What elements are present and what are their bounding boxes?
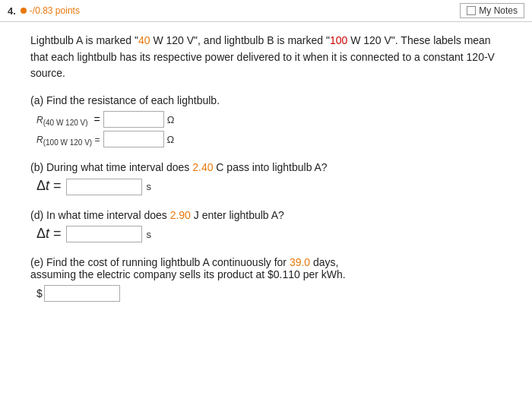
- highlight-240c: 2.40: [192, 161, 213, 173]
- r40-unit: Ω: [167, 114, 175, 125]
- part-e-label: (e) Find the cost of running lightbulb A…: [30, 256, 511, 280]
- cost-input[interactable]: [44, 285, 120, 302]
- part-e-section: (e) Find the cost of running lightbulb A…: [30, 256, 511, 302]
- highlight-290j: 2.90: [170, 209, 191, 221]
- question-number: 4.: [8, 5, 16, 17]
- part-e-answer-row: $: [30, 285, 511, 302]
- orange-dot-icon: [21, 8, 27, 14]
- delta-t-b-input[interactable]: [66, 179, 142, 195]
- header-left: 4. -/0.83 points: [8, 5, 80, 17]
- problem-statement: Lightbulb A is marked "40 W 120 V", and …: [30, 33, 511, 82]
- part-b-answer-row: Δt = s: [30, 178, 511, 195]
- part-d-section: (d) In what time interval does 2.90 J en…: [30, 209, 511, 243]
- my-notes-label: My Notes: [479, 5, 518, 16]
- header-bar: 4. -/0.83 points My Notes: [0, 0, 532, 22]
- equals-1: =: [91, 113, 100, 125]
- highlight-100w: 100: [330, 34, 347, 46]
- part-d-answer-row: Δt = s: [30, 226, 511, 243]
- part-a-row2: R(100 W 120 V) = Ω: [30, 131, 511, 147]
- points-badge: -/0.83 points: [21, 5, 80, 16]
- part-b-unit: s: [147, 181, 152, 192]
- delta-t-symbol-d: Δt =: [36, 226, 62, 242]
- part-a-row1: R(40 W 120 V) = Ω: [30, 111, 511, 128]
- r100-input[interactable]: [103, 131, 164, 147]
- highlight-40w: 40: [138, 34, 150, 46]
- main-content: Lightbulb A is marked "40 W 120 V", and …: [0, 22, 532, 326]
- part-b-label: (b) During what time interval does 2.40 …: [30, 161, 511, 173]
- r40-label: R(40 W 120 V): [36, 115, 88, 127]
- my-notes-button[interactable]: My Notes: [460, 3, 524, 18]
- part-d-label: (d) In what time interval does 2.90 J en…: [30, 209, 511, 221]
- r100-unit: Ω: [167, 134, 175, 145]
- r40-input[interactable]: [103, 111, 164, 128]
- part-d-unit: s: [147, 229, 152, 240]
- part-a-section: (a) Find the resistance of each lightbul…: [30, 94, 511, 147]
- my-notes-checkbox[interactable]: [467, 6, 476, 15]
- highlight-390days: 39.0: [290, 256, 310, 268]
- part-b-section: (b) During what time interval does 2.40 …: [30, 161, 511, 195]
- r100-label: R(100 W 120 V) =: [36, 135, 100, 147]
- delta-t-symbol-b: Δt =: [36, 178, 62, 194]
- part-a-label: (a) Find the resistance of each lightbul…: [30, 94, 511, 106]
- dollar-sign: $: [36, 287, 43, 299]
- delta-t-d-input[interactable]: [66, 226, 142, 242]
- points-text: -/0.83 points: [30, 5, 80, 16]
